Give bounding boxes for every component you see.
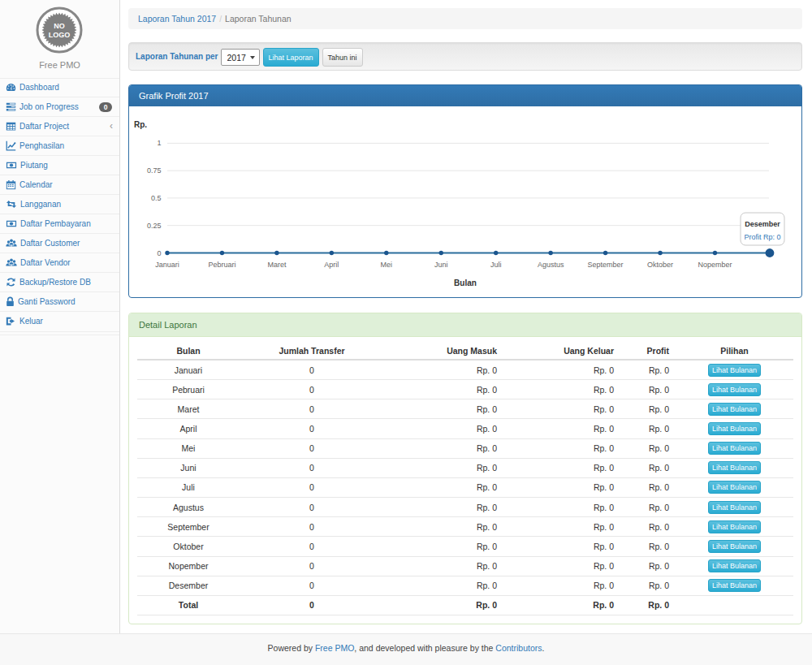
svg-text:Rp.: Rp.: [134, 120, 147, 129]
svg-text:Maret: Maret: [267, 261, 287, 269]
svg-text:Agustus: Agustus: [538, 261, 564, 269]
svg-text:Profit Rp: 0: Profit Rp: 0: [744, 233, 780, 241]
svg-text:Pebruari: Pebruari: [208, 261, 235, 269]
svg-text:September: September: [588, 261, 624, 269]
svg-text:Oktober: Oktober: [647, 261, 673, 269]
svg-text:Januari: Januari: [155, 261, 179, 269]
svg-text:Juni: Juni: [434, 261, 448, 269]
svg-text:LOGO: LOGO: [49, 31, 71, 39]
svg-text:Juli: Juli: [490, 261, 502, 269]
svg-text:Bulan: Bulan: [454, 279, 477, 287]
svg-text:Desember: Desember: [745, 220, 780, 228]
svg-text:NO: NO: [54, 22, 65, 30]
svg-text:1: 1: [157, 139, 161, 147]
svg-text:Nopember: Nopember: [698, 261, 732, 269]
svg-text:Mei: Mei: [381, 261, 393, 269]
svg-text:April: April: [324, 261, 339, 269]
svg-text:0.5: 0.5: [151, 194, 162, 202]
svg-text:0.25: 0.25: [147, 222, 162, 230]
svg-text:0: 0: [157, 249, 161, 257]
svg-text:0.75: 0.75: [147, 166, 162, 175]
